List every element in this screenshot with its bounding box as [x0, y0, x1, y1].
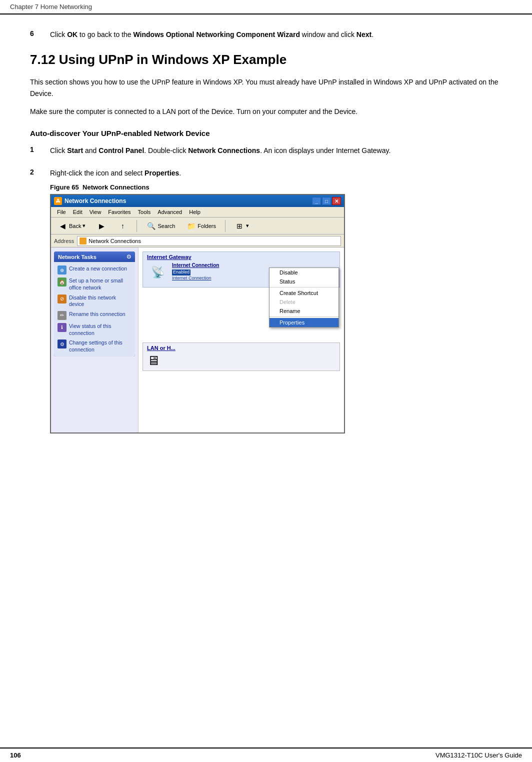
folders-button[interactable]: 📁 Folders: [182, 220, 220, 232]
page-footer: 106 VMG1312-T10C User's Guide: [0, 748, 532, 762]
connection-type-label[interactable]: Internet Connection: [172, 276, 219, 282]
view-icon: ⊞: [234, 221, 244, 231]
ctx-delete: Delete: [270, 298, 338, 306]
ctx-sep2: [270, 316, 338, 317]
connection-name[interactable]: Internet Connection: [172, 262, 219, 268]
address-icon: [80, 238, 86, 244]
sidebar-task-settings[interactable]: ⚙ Change settings of this connection: [55, 338, 134, 354]
view-button[interactable]: ⊞ ▾: [231, 220, 252, 232]
address-label: Address: [54, 238, 74, 244]
ctx-rename[interactable]: Rename: [270, 306, 338, 316]
context-menu: Disable Status Create Shortcut Delete Re…: [269, 268, 339, 328]
figure-65-label: Figure 65 Network Connections: [50, 184, 345, 191]
forward-button[interactable]: ▶: [93, 220, 110, 232]
titlebar-title: Network Connections: [64, 198, 126, 204]
sidebar-task-disable[interactable]: ⊘ Disable this network device: [55, 293, 134, 310]
menu-advanced[interactable]: Advanced: [154, 208, 185, 216]
connection-status-enabled: Enabled: [172, 270, 190, 276]
section-712-title: 7.12 Using UPnP in Windows XP Example: [30, 52, 502, 68]
address-value: Network Connections: [88, 238, 141, 244]
titlebar-icon: 🖧: [54, 197, 62, 205]
ctx-disable[interactable]: Disable: [270, 268, 338, 277]
search-icon: 🔍: [146, 221, 156, 231]
menu-help[interactable]: Help: [186, 208, 204, 216]
sidebar-task-setup[interactable]: 🏠 Set up a home or small office network: [55, 276, 134, 292]
menu-file[interactable]: File: [54, 208, 69, 216]
menu-edit[interactable]: Edit: [70, 208, 86, 216]
sidebar-task-create[interactable]: ⊕ Create a new connection: [55, 264, 134, 276]
up-button[interactable]: ↑: [114, 220, 131, 232]
address-box[interactable]: Network Connections: [77, 236, 341, 246]
ctx-create-shortcut[interactable]: Create Shortcut: [270, 288, 338, 298]
win-toolbar: ◀ Back ▾ ▶ ↑ 🔍 Search: [51, 218, 344, 234]
view-status-label: View status of this connection: [69, 323, 132, 336]
win-menubar: File Edit View Favorites Tools Advanced …: [51, 207, 344, 218]
back-button[interactable]: ◀ Back ▾: [54, 220, 89, 232]
sidebar-task-rename[interactable]: ✏ Rename this connection: [55, 310, 134, 322]
sidebar-collapse-icon[interactable]: ⊙: [126, 254, 131, 260]
page-content: 6 Click OK to go back to the Windows Opt…: [0, 14, 532, 466]
toolbar-sep2: [225, 220, 226, 232]
gateway-device-icon: 📡: [147, 262, 168, 283]
ctx-sep1: [270, 287, 338, 288]
lan-title[interactable]: LAN or H...: [147, 345, 336, 351]
setup-network-icon: 🏠: [58, 278, 66, 286]
ctx-properties[interactable]: Properties: [270, 318, 338, 327]
sidebar-section-network-tasks: Network Tasks ⊙ ⊕ Create a new connectio…: [54, 252, 135, 356]
win-titlebar: 🖧 Network Connections _ □ ✕: [51, 195, 344, 207]
step-6-text: Click OK to go back to the Windows Optio…: [50, 30, 374, 40]
change-settings-icon: ⚙: [58, 340, 66, 348]
section-712-para1: This section shows you how to use the UP…: [30, 76, 502, 99]
sidebar-task-status[interactable]: ℹ View status of this connection: [55, 322, 134, 338]
create-connection-label: Create a new connection: [69, 266, 127, 272]
section-712-para2: Make sure the computer is connected to a…: [30, 106, 502, 117]
close-button[interactable]: ✕: [332, 197, 341, 205]
step-6: 6 Click OK to go back to the Windows Opt…: [30, 30, 502, 40]
lan-item: 🖥: [147, 353, 336, 368]
internet-gateway-title[interactable]: Internet Gateway: [147, 254, 336, 260]
back-dropdown: ▾: [82, 222, 86, 229]
footer-page-number: 106: [10, 752, 21, 759]
win-main: Network Tasks ⊙ ⊕ Create a new connectio…: [51, 248, 344, 432]
sidebar-section-content: ⊕ Create a new connection 🏠 Set up a hom…: [54, 262, 135, 356]
change-settings-label: Change settings of this connection: [69, 340, 132, 353]
win-sidebar: Network Tasks ⊙ ⊕ Create a new connectio…: [51, 248, 138, 432]
menu-view[interactable]: View: [86, 208, 104, 216]
chapter-title: Chapter 7 Home Networking: [10, 3, 92, 10]
win-content: Internet Gateway 📡 Internet Connection E…: [138, 248, 344, 432]
minimize-button[interactable]: _: [312, 197, 321, 205]
step-1-number: 1: [30, 146, 40, 156]
win-titlebar-left: 🖧 Network Connections: [54, 197, 126, 205]
win-addressbar: Address Network Connections: [51, 234, 344, 248]
back-icon: ◀: [58, 221, 68, 231]
footer-right-text: VMG1312-T10C User's Guide: [436, 752, 522, 759]
gateway-device-info: Internet Connection Enabled Internet Con…: [172, 262, 219, 281]
view-dropdown: ▾: [246, 222, 249, 229]
view-status-icon: ℹ: [58, 323, 66, 332]
rename-connection-icon: ✏: [58, 311, 66, 320]
search-label: Search: [158, 223, 175, 229]
maximize-button[interactable]: □: [322, 197, 331, 205]
step-2-number: 2: [30, 168, 40, 434]
disable-network-icon: ⊘: [58, 294, 66, 304]
step-1: 1 Click Start and Control Panel. Double-…: [30, 146, 502, 156]
step-2-text: Right-click the icon and select Properti…: [50, 169, 181, 177]
ctx-status[interactable]: Status: [270, 277, 338, 286]
menu-tools[interactable]: Tools: [135, 208, 154, 216]
setup-network-label: Set up a home or small office network: [69, 278, 132, 291]
back-label: Back: [69, 223, 81, 229]
chapter-header: Chapter 7 Home Networking: [0, 0, 532, 14]
step-1-text: Click Start and Control Panel. Double-cl…: [50, 146, 390, 156]
forward-icon: ▶: [96, 221, 106, 231]
folders-label: Folders: [198, 223, 216, 229]
menu-favorites[interactable]: Favorites: [105, 208, 134, 216]
titlebar-buttons: _ □ ✕: [312, 197, 341, 205]
sidebar-section-title: Network Tasks ⊙: [54, 252, 135, 262]
search-button[interactable]: 🔍 Search: [142, 220, 178, 232]
subsection-title: Auto-discover Your UPnP-enabled Network …: [30, 129, 502, 138]
lan-device-icon: 🖥: [147, 353, 160, 368]
up-icon: ↑: [118, 221, 128, 231]
step-2: 2 Right-click the icon and select Proper…: [30, 168, 502, 434]
lan-section: LAN or H... 🖥: [142, 342, 340, 371]
rename-connection-label: Rename this connection: [69, 311, 126, 318]
